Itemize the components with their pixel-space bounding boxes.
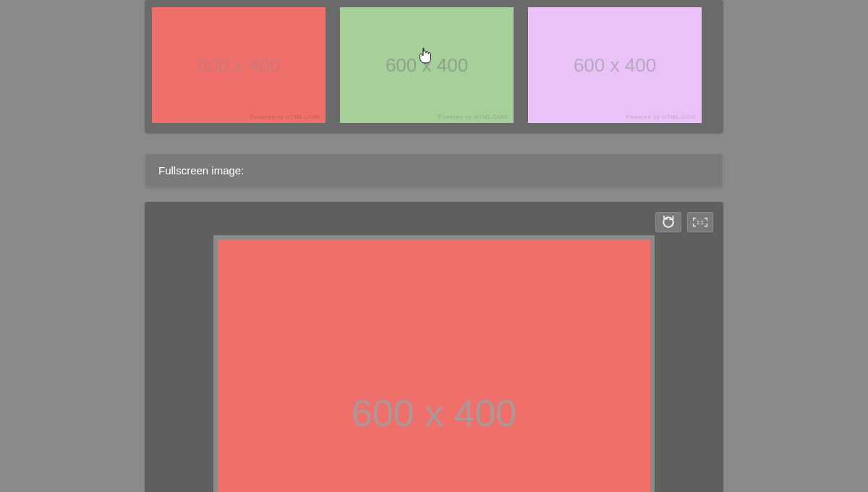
main-image-label: 600 x 400	[352, 391, 516, 435]
rotate-icon	[662, 216, 675, 229]
thumbnail-gallery: 600 x 400 Powered by HTML.COM 600 x 400 …	[145, 0, 723, 133]
actual-size-button[interactable]: 1:1	[687, 212, 713, 232]
thumbnail-label: 600 x 400	[197, 54, 280, 77]
main-image: 600 x 400	[218, 239, 650, 492]
image-viewer: 1:1 600 x 400	[145, 202, 723, 492]
thumbnail-3[interactable]: 600 x 400 Powered by HTML.COM	[528, 7, 702, 123]
rotate-button[interactable]	[655, 212, 681, 232]
thumbnail-label: 600 x 400	[574, 54, 656, 77]
thumbnail-watermark: Powered by HTML.COM	[250, 114, 320, 120]
thumbnail-label: 600 x 400	[386, 54, 468, 77]
svg-text:1:1: 1:1	[697, 220, 704, 225]
thumbnail-watermark: Powered by HTML.COM	[626, 114, 696, 120]
thumbnail-2[interactable]: 600 x 400 Powered by HTML.COM	[340, 7, 514, 123]
viewer-toolbar: 1:1	[655, 212, 713, 232]
viewer-stage[interactable]: 600 x 400	[213, 235, 655, 492]
thumbnail-1[interactable]: 600 x 400 Powered by HTML.COM	[152, 7, 326, 123]
fullscreen-section-heading: Fullscreen image:	[145, 153, 723, 187]
thumbnail-watermark: Powered by HTML.COM	[438, 114, 508, 120]
actual-size-icon: 1:1	[692, 216, 708, 228]
section-heading-text: Fullscreen image:	[158, 164, 244, 177]
